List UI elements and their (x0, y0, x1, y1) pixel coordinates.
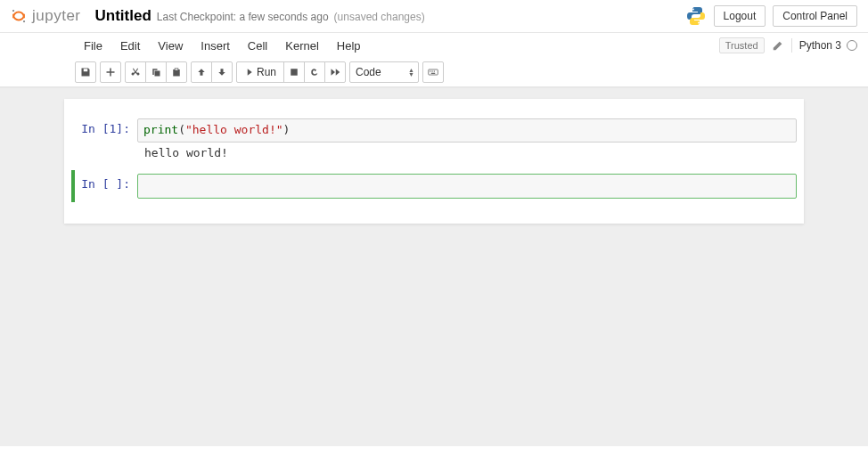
logo-text: jupyter (32, 7, 81, 25)
code-content (143, 178, 790, 194)
svg-point-3 (698, 22, 700, 24)
plus-icon (105, 67, 116, 77)
save-icon (80, 67, 91, 77)
unsaved-text: (unsaved changes) (334, 11, 425, 23)
arrow-up-icon (196, 67, 207, 77)
svg-rect-5 (429, 69, 438, 75)
select-arrows-icon: ▲▼ (408, 68, 414, 77)
edit-group (125, 61, 187, 83)
menu-view[interactable]: View (149, 36, 192, 56)
celltype-select[interactable]: Code ▲▼ (349, 61, 419, 83)
menubar: File Edit View Insert Cell Kernel Help T… (0, 33, 868, 58)
celltype-value: Code (356, 66, 381, 78)
paste-button[interactable] (166, 61, 187, 83)
menubar-wrap: File Edit View Insert Cell Kernel Help T… (0, 33, 868, 88)
jupyter-icon (11, 8, 27, 24)
move-down-button[interactable] (211, 61, 233, 83)
trusted-badge[interactable]: Trusted (719, 37, 765, 53)
cut-button[interactable] (125, 61, 146, 83)
move-up-button[interactable] (191, 61, 212, 83)
output-prompt (71, 142, 137, 150)
run-icon (244, 68, 253, 77)
pencil-icon[interactable] (772, 39, 784, 52)
svg-rect-6 (430, 71, 430, 72)
code-cell[interactable]: In [1]: print("hello world!") hello worl… (71, 115, 797, 167)
svg-point-2 (692, 9, 694, 11)
notebook-title[interactable]: Untitled (95, 7, 151, 25)
logout-button[interactable]: Logout (714, 5, 766, 27)
checkpoint-text: Last Checkpoint: a few seconds ago (157, 11, 329, 23)
copy-icon (151, 67, 161, 77)
header-right: Logout Control Panel (685, 5, 857, 27)
svg-rect-7 (432, 71, 433, 72)
menu-insert[interactable]: Insert (192, 36, 239, 56)
code-content: print("hello world!") (143, 123, 790, 138)
menu-file[interactable]: File (75, 36, 111, 56)
python-icon (685, 5, 707, 27)
svg-rect-9 (431, 73, 436, 74)
svg-rect-4 (291, 69, 298, 76)
page-background: In [1]: print("hello world!") hello worl… (0, 88, 868, 446)
restart-button[interactable] (304, 61, 325, 83)
paste-icon (171, 67, 182, 77)
move-group (191, 61, 233, 83)
save-button[interactable] (75, 61, 96, 83)
kernel-indicator[interactable]: Python 3 (799, 39, 857, 52)
arrow-down-icon (217, 67, 227, 77)
svg-point-0 (12, 10, 14, 12)
notebook-container: In [1]: print("hello world!") hello worl… (64, 99, 804, 224)
cell-input-row: In [ ]: (71, 174, 797, 199)
stop-button[interactable] (283, 61, 305, 83)
add-cell-button[interactable] (100, 61, 121, 83)
logo[interactable]: jupyter (11, 7, 81, 25)
menu-cell[interactable]: Cell (239, 36, 276, 56)
fast-forward-icon (330, 67, 340, 77)
cut-icon (130, 67, 141, 77)
cell-input-row: In [1]: print("hello world!") (71, 118, 797, 142)
copy-button[interactable] (145, 61, 167, 83)
input-area[interactable]: print("hello world!") (137, 118, 797, 142)
run-label: Run (257, 66, 276, 78)
toolbar: Run Code ▲▼ (0, 58, 868, 87)
header: jupyter Untitled Last Checkpoint: a few … (0, 0, 868, 33)
divider (791, 38, 792, 53)
svg-rect-8 (434, 71, 435, 72)
menu-help[interactable]: Help (328, 36, 370, 56)
input-prompt: In [1]: (71, 118, 137, 139)
menu-edit[interactable]: Edit (111, 36, 149, 56)
control-panel-button[interactable]: Control Panel (773, 5, 857, 27)
input-prompt: In [ ]: (71, 174, 137, 194)
stop-icon (289, 67, 299, 77)
kernel-status-icon (847, 40, 857, 51)
menubar-right: Trusted Python 3 (719, 37, 857, 53)
code-cell[interactable]: In [ ]: (71, 170, 797, 202)
restart-icon (309, 67, 320, 77)
restart-run-button[interactable] (324, 61, 346, 83)
title-area: Untitled Last Checkpoint: a few seconds … (95, 7, 425, 25)
input-area[interactable] (137, 174, 797, 199)
menu-kernel[interactable]: Kernel (276, 36, 328, 56)
svg-point-1 (23, 20, 25, 22)
kernel-name: Python 3 (799, 39, 841, 52)
output-area: hello world! (137, 142, 235, 163)
cell-output-row: hello world! (71, 142, 797, 163)
run-group: Run (236, 61, 346, 83)
keyboard-icon (428, 67, 438, 77)
run-button[interactable]: Run (236, 61, 284, 83)
command-palette-button[interactable] (422, 61, 444, 83)
